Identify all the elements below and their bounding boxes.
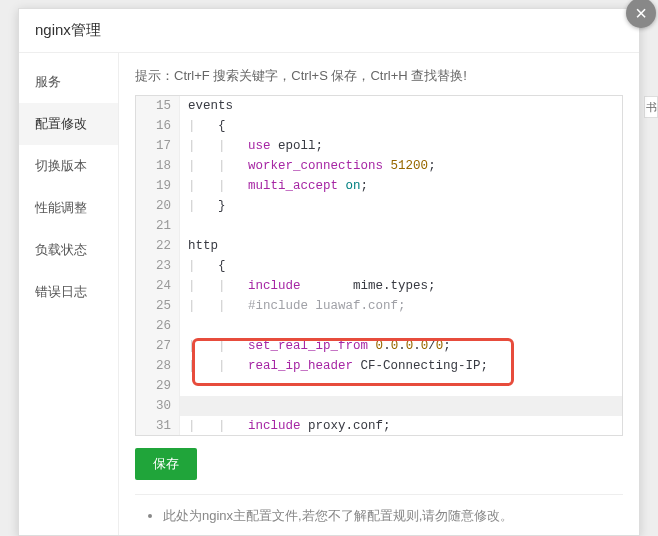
line-text: | | real_ip_header CF-Connecting-IP;: [180, 356, 488, 376]
line-number: 20: [136, 196, 180, 216]
line-text: | {: [180, 116, 226, 136]
code-line[interactable]: 26: [136, 316, 622, 336]
line-text: | | multi_accept on;: [180, 176, 368, 196]
sidebar-item-0[interactable]: 服务: [19, 61, 118, 103]
line-number: 27: [136, 336, 180, 356]
line-number: 21: [136, 216, 180, 236]
line-text: [180, 316, 188, 336]
sidebar: 服务配置修改切换版本性能调整负载状态错误日志: [19, 53, 119, 535]
code-line[interactable]: 18| | worker_connections 51200;: [136, 156, 622, 176]
code-line[interactable]: 25| | #include luawaf.conf;: [136, 296, 622, 316]
line-text: [180, 376, 188, 396]
line-number: 19: [136, 176, 180, 196]
sidebar-item-2[interactable]: 切换版本: [19, 145, 118, 187]
line-number: 24: [136, 276, 180, 296]
code-line[interactable]: 19| | multi_accept on;: [136, 176, 622, 196]
line-number: 26: [136, 316, 180, 336]
sidebar-item-5[interactable]: 错误日志: [19, 271, 118, 313]
right-panel-tab[interactable]: 书: [644, 96, 658, 118]
line-number: 16: [136, 116, 180, 136]
line-text: [180, 216, 188, 236]
line-text: | | worker_connections 51200;: [180, 156, 436, 176]
code-editor[interactable]: 15events16| {17| | use epoll;18| | worke…: [135, 95, 623, 436]
line-text: [180, 396, 188, 416]
main-panel: 提示：Ctrl+F 搜索关键字，Ctrl+S 保存，Ctrl+H 查找替换! 1…: [119, 53, 639, 535]
close-button[interactable]: ×: [626, 0, 656, 28]
code-line[interactable]: 21: [136, 216, 622, 236]
code-line[interactable]: 24| | include mime.types;: [136, 276, 622, 296]
sidebar-item-4[interactable]: 负载状态: [19, 229, 118, 271]
code-line[interactable]: 20| }: [136, 196, 622, 216]
code-line[interactable]: 15events: [136, 96, 622, 116]
line-number: 28: [136, 356, 180, 376]
line-number: 15: [136, 96, 180, 116]
code-line[interactable]: 29: [136, 376, 622, 396]
line-number: 25: [136, 296, 180, 316]
save-button[interactable]: 保存: [135, 448, 197, 480]
modal-body: 服务配置修改切换版本性能调整负载状态错误日志 提示：Ctrl+F 搜索关键字，C…: [19, 53, 639, 535]
code-line[interactable]: 28| | real_ip_header CF-Connecting-IP;: [136, 356, 622, 376]
line-number: 29: [136, 376, 180, 396]
code-line[interactable]: 27| | set_real_ip_from 0.0.0.0/0;: [136, 336, 622, 356]
sidebar-item-1[interactable]: 配置修改: [19, 103, 118, 145]
button-row: 保存: [135, 448, 623, 480]
code-line[interactable]: 31| | include proxy.conf;: [136, 416, 622, 435]
line-text: | {: [180, 256, 226, 276]
code-line[interactable]: 23| {: [136, 256, 622, 276]
line-text: | }: [180, 196, 226, 216]
line-number: 30: [136, 396, 180, 416]
line-number: 18: [136, 156, 180, 176]
line-number: 31: [136, 416, 180, 435]
line-text: events: [180, 96, 233, 116]
line-text: | | use epoll;: [180, 136, 323, 156]
line-text: | | #include luawaf.conf;: [180, 296, 406, 316]
hint-text: 提示：Ctrl+F 搜索关键字，Ctrl+S 保存，Ctrl+H 查找替换!: [135, 67, 623, 85]
line-text: | | include mime.types;: [180, 276, 436, 296]
note-text: 此处为nginx主配置文件,若您不了解配置规则,请勿随意修改。: [163, 507, 623, 525]
code-line[interactable]: 16| {: [136, 116, 622, 136]
nginx-modal: nginx管理 服务配置修改切换版本性能调整负载状态错误日志 提示：Ctrl+F…: [18, 8, 640, 536]
line-text: | | set_real_ip_from 0.0.0.0/0;: [180, 336, 451, 356]
code-line[interactable]: 17| | use epoll;: [136, 136, 622, 156]
modal-title: nginx管理: [19, 9, 639, 53]
sidebar-item-3[interactable]: 性能调整: [19, 187, 118, 229]
line-number: 17: [136, 136, 180, 156]
line-number: 23: [136, 256, 180, 276]
code-line[interactable]: 22http: [136, 236, 622, 256]
note-section: 此处为nginx主配置文件,若您不了解配置规则,请勿随意修改。: [135, 494, 623, 525]
line-text: | | include proxy.conf;: [180, 416, 391, 435]
code-line[interactable]: 30: [136, 396, 622, 416]
line-number: 22: [136, 236, 180, 256]
line-text: http: [180, 236, 218, 256]
